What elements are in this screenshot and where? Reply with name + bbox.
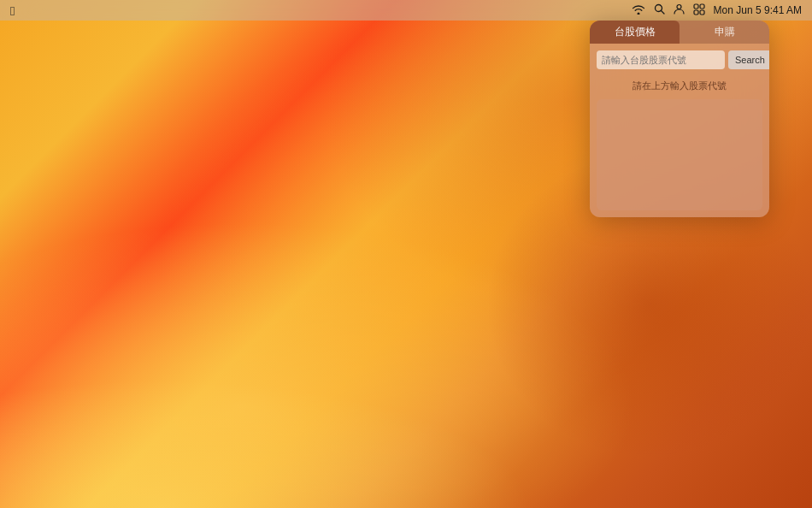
search-icon[interactable] <box>654 3 665 17</box>
wifi-icon[interactable] <box>632 4 645 17</box>
svg-point-2 <box>677 5 681 9</box>
svg-rect-3 <box>694 4 698 9</box>
control-center-icon[interactable] <box>693 3 705 18</box>
widget-content-area <box>597 99 762 210</box>
menubar-left:  <box>10 3 15 18</box>
svg-rect-4 <box>700 4 704 9</box>
widget-panel: 台股價格 申購 Search 請在上方輸入股票代號 <box>590 21 769 217</box>
apple-menu[interactable]:  <box>10 3 15 18</box>
user-icon[interactable] <box>674 3 685 17</box>
search-button[interactable]: Search <box>728 50 769 69</box>
svg-line-1 <box>661 11 664 15</box>
menubar-time: Mon Jun 5 9:41 AM <box>714 4 802 16</box>
tab-subscription[interactable]: 申購 <box>680 21 769 44</box>
svg-rect-6 <box>700 10 704 15</box>
menubar:  <box>0 0 812 21</box>
menubar-right: Mon Jun 5 9:41 AM <box>632 3 802 18</box>
tab-taiwan-stock-price[interactable]: 台股價格 <box>590 21 680 44</box>
widget-body: Search 請在上方輸入股票代號 <box>590 44 769 217</box>
svg-rect-5 <box>694 10 698 15</box>
hint-text: 請在上方輸入股票代號 <box>597 76 762 99</box>
search-row: Search <box>597 50 762 69</box>
widget-tabs: 台股價格 申購 <box>590 21 769 44</box>
stock-input[interactable] <box>597 50 725 69</box>
